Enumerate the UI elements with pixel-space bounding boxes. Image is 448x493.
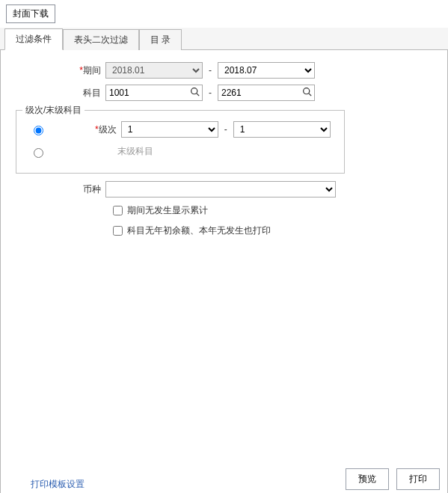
template-setting-link[interactable]: 打印模板设置 [31, 478, 85, 491]
svg-point-2 [303, 88, 309, 94]
subject-label: 科目 [8, 87, 105, 99]
search-icon[interactable] [299, 87, 314, 99]
subject-to-lookup[interactable] [218, 85, 315, 101]
search-icon[interactable] [187, 87, 202, 99]
currency-select[interactable] [105, 181, 336, 197]
level-fieldset: 级次/末级科目 *级次 1 - 1 末级科目 [16, 110, 345, 174]
level-separator: - [224, 124, 227, 135]
print-button[interactable]: 打印 [396, 468, 440, 490]
preview-button[interactable]: 预览 [346, 468, 389, 490]
level-label: 级次 [99, 123, 117, 136]
svg-point-0 [191, 88, 197, 94]
subject-from-lookup[interactable] [105, 85, 203, 101]
row-subject: 科目 - [8, 85, 440, 101]
tab-filter[interactable]: 过滤条件 [4, 28, 63, 50]
period-to-select[interactable]: 2018.07 [218, 62, 315, 79]
svg-line-1 [196, 94, 198, 96]
level-to-select[interactable]: 1 [233, 121, 331, 138]
row-level: *级次 1 - 1 [24, 121, 337, 138]
footer-bar: 打印模板设置 预览 打印 [1, 468, 440, 490]
period-from-select[interactable]: 2018.01 [105, 62, 203, 79]
subject-to-input[interactable] [218, 87, 299, 99]
chk-show-cumulative[interactable] [113, 206, 123, 215]
row-period: *期间 2018.01 - 2018.07 [8, 62, 440, 79]
chk-show-cumulative-label: 期间无发生显示累计 [127, 204, 208, 217]
filter-panel: *期间 2018.01 - 2018.07 科目 - 级次/末级科目 [0, 50, 448, 493]
tab-header-filter[interactable]: 表头二次过滤 [63, 29, 139, 50]
currency-label: 币种 [8, 183, 105, 196]
tab-bar: 过滤条件 表头二次过滤 目 录 [0, 28, 448, 50]
tab-toc[interactable]: 目 录 [139, 29, 182, 50]
level-from-select[interactable]: 1 [121, 121, 218, 138]
subject-separator: - [209, 88, 212, 98]
chk-print-no-balance-label: 科目无年初余额、本年无发生也打印 [127, 224, 271, 237]
cover-download-button[interactable]: 封面下载 [6, 4, 55, 23]
row-chk-cumulative: 期间无发生显示累计 [110, 203, 440, 218]
leaf-radio[interactable] [34, 148, 43, 158]
subject-from-input[interactable] [106, 87, 187, 99]
level-radio[interactable] [34, 126, 43, 135]
row-leaf: 末级科目 [24, 145, 337, 158]
period-label: *期间 [8, 64, 105, 77]
svg-line-3 [308, 94, 310, 96]
period-separator: - [209, 65, 212, 76]
leaf-label: 末级科目 [117, 145, 153, 158]
chk-print-no-balance[interactable] [113, 226, 123, 236]
row-chk-print-no-balance: 科目无年初余额、本年无发生也打印 [110, 224, 440, 238]
level-fieldset-legend: 级次/末级科目 [22, 104, 85, 117]
row-currency: 币种 [8, 181, 440, 197]
